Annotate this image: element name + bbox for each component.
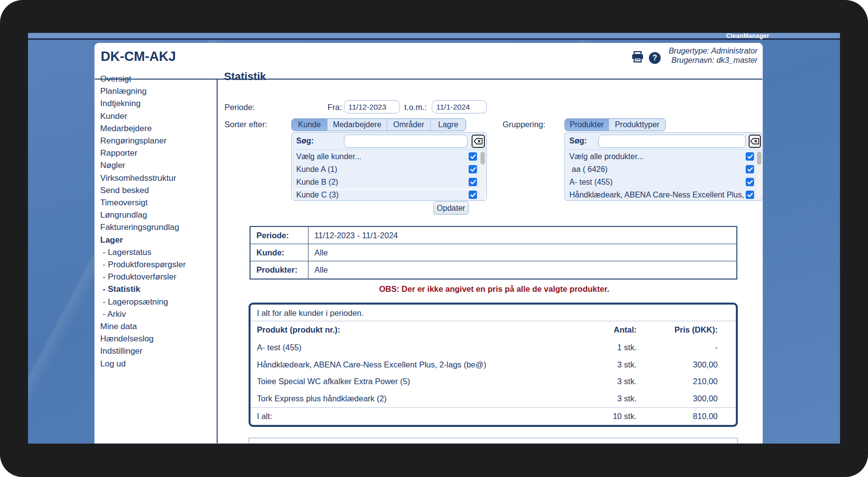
app-window: DK-CM-AKJ ? Brugertype: Administrator Br… (94, 43, 763, 444)
sidebar-nav: Oversigt Planlægning Indtjekning Kunder … (100, 73, 213, 370)
monitor-frame: CleanManager DK-CM-AKJ ? Brugertype: Adm… (0, 0, 868, 477)
table-row: Toiee Special WC afkalker Extra Power (5… (251, 373, 736, 390)
sidebar-item-log-ud[interactable]: Log ud (100, 358, 213, 370)
page-title: DK-CM-AKJ (101, 49, 176, 64)
summary-table: Periode: 11/12-2023 - 11/1-2024 Kunde: A… (250, 226, 737, 280)
warning-message: OBS: Der er ikke angivet en pris på alle… (250, 284, 739, 294)
table-row: Periode: 11/12-2023 - 11/1-2024 (251, 227, 736, 244)
user-name: Brugernavn: dk3_master (669, 56, 757, 65)
sidebar-item-timeoversigt[interactable]: Timeoversigt (100, 196, 213, 209)
tab-produkter[interactable]: Produkter (565, 119, 609, 131)
scrollbar[interactable] (480, 151, 485, 199)
gruppering-tabs: Produkter Produkttyper (564, 118, 666, 131)
sidebar-item-produktforesporgsler[interactable]: - Produktforespørgsler (100, 258, 213, 271)
customer-search-input[interactable] (344, 135, 468, 148)
list-item[interactable]: Kunde B (2) (292, 176, 486, 189)
col-pris: Pris (DKK): (637, 325, 718, 335)
clear-search-icon[interactable] (472, 135, 485, 148)
sidebar-item-medarbejdere[interactable]: Medarbejdere (100, 122, 213, 135)
desktop-background: CleanManager DK-CM-AKJ ? Brugertype: Adm… (28, 33, 840, 444)
sidebar-item-arkiv[interactable]: - Arkiv (100, 308, 213, 320)
list-item[interactable]: Kunde A (1) (292, 163, 486, 176)
sidebar-item-lager[interactable]: Lager (100, 234, 213, 246)
list-item[interactable]: aa ( 6426) (565, 163, 762, 176)
sidebar-divider (217, 80, 218, 443)
sidebar-item-planlaegning[interactable]: Planlægning (100, 85, 213, 97)
results-caption: I alt for alle kunder i perioden. (251, 305, 736, 321)
date-from-input[interactable] (344, 100, 400, 113)
sidebar-item-indtjekning[interactable]: Indtjekning (100, 97, 213, 110)
table-row: Håndklædeark, ABENA Care-Ness Excellent … (251, 356, 736, 373)
sidebar-item-send-besked[interactable]: Send besked (100, 184, 213, 196)
search-label: Søg: (569, 137, 587, 145)
customer-filter-panel: Søg: Vælg alle kunder... (291, 132, 487, 201)
tab-omrader[interactable]: Områder (387, 119, 431, 131)
table-row: Produkter: Alle (251, 261, 736, 279)
print-icon[interactable] (631, 51, 644, 65)
sidebar-item-oversigt[interactable]: Oversigt (100, 73, 213, 85)
user-info: Brugertype: Administrator Brugernavn: dk… (669, 46, 757, 65)
tab-medarbejdere[interactable]: Medarbejdere (328, 119, 387, 131)
tom-label: t.o.m.: (404, 103, 427, 112)
list-item[interactable]: Håndklædeark, ABENA Care-Ness Excellent … (565, 189, 762, 200)
scrollbar-thumb[interactable] (757, 152, 761, 165)
sidebar-item-statistik[interactable]: - Statistik (100, 283, 213, 295)
next-section-title: Kunde A (1) (255, 442, 298, 444)
list-item[interactable]: Kunde C (3) (292, 189, 486, 200)
sidebar-item-haendelseslog[interactable]: Hændelseslog (100, 333, 213, 345)
search-label: Søg: (296, 137, 314, 145)
sidebar-item-lageropsaetning[interactable]: - Lageropsætning (100, 296, 213, 308)
total-row: I alt: 10 stk. 810,00 (251, 407, 736, 425)
sidebar-item-indstillinger[interactable]: Indstillinger (100, 345, 213, 357)
product-list: Vælg alle produkter... aa ( 6426) A- tes… (565, 150, 762, 200)
sidebar-item-produktoverforsler[interactable]: - Produktoverførsler (100, 271, 213, 283)
tab-lagre[interactable]: Lagre (431, 119, 466, 131)
fra-label: Fra: (318, 103, 342, 112)
checkbox-checked[interactable] (469, 191, 477, 199)
sidebar-item-rapporter[interactable]: Rapporter (100, 147, 213, 159)
gruppering-label: Gruppering: (503, 120, 545, 129)
checkbox-checked[interactable] (746, 152, 754, 161)
checkbox-checked[interactable] (469, 152, 477, 161)
section-heading: Statistik (224, 70, 266, 83)
sidebar-item-lagerstatus[interactable]: - Lagerstatus (100, 246, 213, 258)
tab-produkttyper[interactable]: Produkttyper (609, 119, 665, 131)
checkbox-checked[interactable] (746, 165, 754, 173)
checkbox-checked[interactable] (746, 191, 754, 199)
sorter-tabs: Kunde Medarbejdere Områder Lagre (291, 118, 466, 131)
checkbox-checked[interactable] (746, 178, 754, 186)
periode-label: Periode: (224, 103, 254, 112)
sidebar-item-longrundlag[interactable]: Løngrundlag (100, 209, 213, 221)
list-item[interactable]: A- test (455) (565, 176, 762, 189)
results-header: Produkt (produkt nr.): Antal: Pris (DKK)… (251, 321, 736, 339)
list-item[interactable]: Vælg alle kunder... (292, 150, 486, 163)
sidebar-item-mine-data[interactable]: Mine data (100, 320, 213, 333)
clear-search-icon[interactable] (749, 135, 761, 148)
product-filter-panel: Søg: Vælg alle produkter... (564, 132, 763, 201)
tab-kunde[interactable]: Kunde (292, 119, 328, 131)
next-section-table: Kunde A (1) (249, 438, 738, 444)
sidebar-item-nogler[interactable]: Nøgler (100, 159, 213, 171)
col-antal: Antal: (573, 325, 637, 335)
sidebar-item-virksomhedsstruktur[interactable]: Virksomhedsstruktur (100, 172, 213, 184)
list-item[interactable]: Vælg alle produkter... (565, 150, 762, 163)
scrollbar[interactable] (756, 151, 762, 199)
checkbox-checked[interactable] (469, 165, 477, 173)
brand-banner: CleanManager (28, 33, 840, 40)
col-product: Produkt (produkt nr.): (251, 325, 573, 335)
product-search-input[interactable] (598, 135, 746, 148)
customer-list: Vælg alle kunder... Kunde A (1) Kunde B … (292, 150, 486, 200)
sidebar-item-rengoringsplaner[interactable]: Rengøringsplaner (100, 135, 213, 147)
results-table: I alt for alle kunder i perioden. Produk… (249, 303, 738, 427)
checkbox-checked[interactable] (469, 178, 477, 186)
sidebar-item-kunder[interactable]: Kunder (100, 110, 213, 122)
user-type: Brugertype: Administrator (669, 46, 757, 56)
update-button[interactable]: Opdater (433, 201, 469, 215)
table-row: Kunde: Alle (251, 244, 736, 261)
scrollbar-thumb[interactable] (480, 152, 485, 165)
date-to-input[interactable] (432, 100, 487, 113)
table-row: A- test (455) 1 stk. - (251, 339, 736, 356)
sidebar-item-faktureringsgrundlag[interactable]: Faktureringsgrundlag (100, 221, 213, 233)
help-icon[interactable]: ? (649, 52, 661, 64)
brand-name: CleanManager (726, 33, 769, 39)
